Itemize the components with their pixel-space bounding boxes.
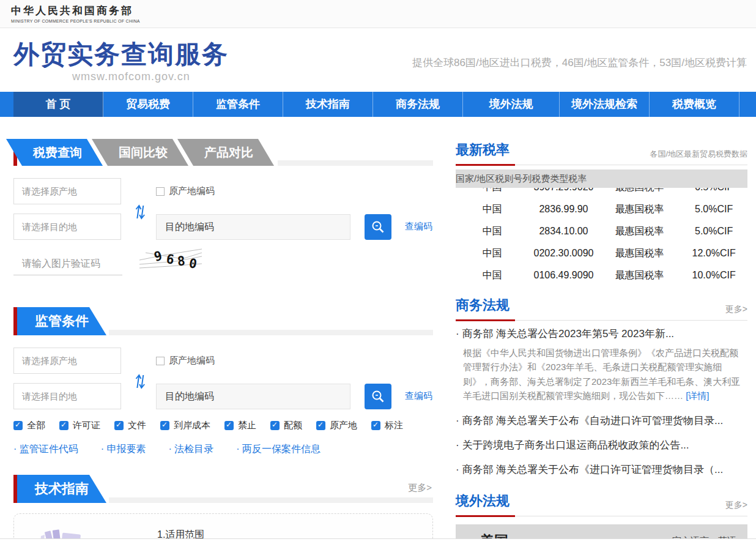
latest-rates-header: 最新税率 各国/地区最新贸易税费数据 xyxy=(456,141,747,165)
origin-code-checkbox[interactable]: 原产地编码 xyxy=(156,185,215,197)
search-button[interactable] xyxy=(365,384,391,409)
captcha-input[interactable]: 请输入图片验证码 xyxy=(13,250,122,275)
search-button[interactable] xyxy=(365,214,391,240)
nav-item[interactable]: 商务法规 xyxy=(373,92,463,117)
nav-item[interactable]: 技术指南 xyxy=(283,92,373,117)
rates-type: 最惠国税率 xyxy=(599,188,681,194)
regulation-item[interactable]: · 商务部 海关总署关于公布《进口许可证管理货物目录（... xyxy=(456,463,747,477)
rates-rate: 12.0%CIF xyxy=(680,248,747,259)
query-tab[interactable]: 国间比较 xyxy=(92,139,188,166)
filter-checkbox[interactable]: 全部 xyxy=(13,420,45,431)
rates-ticker-viewport: 中国 3907.29.9020 最惠国税率 6.5%CIF 中国 2836.99… xyxy=(456,188,747,286)
origin-code-checkbox[interactable]: 原产地编码 xyxy=(156,355,215,367)
regulation-item[interactable]: · 商务部 海关总署关于公布《自动进口许可管理货物目录... xyxy=(456,414,747,428)
red-accent-bar xyxy=(13,307,17,335)
foreign-regulations-title: 境外法规 xyxy=(456,492,510,510)
filter-checkbox[interactable]: 文件 xyxy=(114,420,146,431)
checkbox-checked-icon[interactable] xyxy=(316,421,325,430)
destination-select[interactable]: 请选择目的地 xyxy=(13,214,121,240)
checkbox-checked-icon[interactable] xyxy=(160,421,169,430)
detail-link[interactable]: [详情] xyxy=(686,390,709,401)
swap-arrows-icon[interactable] xyxy=(133,203,148,221)
captcha-digit: 8 xyxy=(177,253,186,269)
rates-table-header: 国家/地区税则号列税费类型税率 xyxy=(456,169,747,188)
filter-label: 文件 xyxy=(128,420,146,431)
checkbox-checked-icon[interactable] xyxy=(13,421,23,430)
checkbox-checked-icon[interactable] xyxy=(114,421,124,430)
featured-regulation-title[interactable]: · 商务部 海关总署公告2023年第5号 2023年新... xyxy=(456,327,747,341)
captcha-image[interactable]: 9680 xyxy=(139,248,202,272)
regulation-item[interactable]: · 关于跨境电子商务出口退运商品税收政策的公告... xyxy=(456,438,747,452)
tech-guide-section-header: 技术指南 更多> xyxy=(13,475,433,503)
main-nav: 首 页 贸易税费 监管条件 技术指南 商务法规 境外法规 境外法规检索 税费概览 xyxy=(0,92,756,117)
rates-rate: 5.0%CIF xyxy=(680,226,747,237)
supervision-title: 监管条件 xyxy=(17,307,106,335)
quick-link[interactable]: · 监管证件代码 xyxy=(13,443,78,456)
filter-checkbox[interactable]: 到岸成本 xyxy=(160,420,210,431)
rates-row[interactable]: 中国 2836.99.90 最惠国税率 5.0%CIF xyxy=(456,198,747,220)
checkbox-checked-icon[interactable] xyxy=(224,421,234,430)
quick-link[interactable]: · 申报要素 xyxy=(101,443,146,456)
rates-country: 中国 xyxy=(456,269,528,282)
filter-checkbox[interactable]: 原产地 xyxy=(316,420,357,431)
checkbox-unchecked-icon[interactable] xyxy=(156,187,165,196)
rates-row[interactable]: 中国 2834.10.00 最惠国税率 5.0%CIF xyxy=(456,220,747,242)
destination-code-input[interactable]: 目的地编码 xyxy=(156,214,350,240)
site-domain: wmsw.mofcom.gov.cn xyxy=(72,70,190,83)
rates-row[interactable]: 中国 0106.49.9090 最惠国税率 10.0%CIF xyxy=(456,264,747,286)
lookup-code-link[interactable]: 查编码 xyxy=(405,221,432,233)
destination-select[interactable]: 请选择目的地 xyxy=(13,383,121,409)
tab-underline-strip xyxy=(278,160,433,166)
filter-label: 原产地 xyxy=(330,420,357,431)
tech-guide-more-link[interactable]: 更多> xyxy=(408,482,432,494)
foreign-regulations-more-link[interactable]: 更多> xyxy=(725,500,747,511)
filter-checkbox[interactable]: 禁止 xyxy=(224,420,256,431)
origin-code-label: 原产地编码 xyxy=(169,185,215,197)
swap-arrows-icon[interactable] xyxy=(133,372,148,390)
supervision-filters: 全部 许可证 文件 到岸成本 禁 xyxy=(13,420,433,431)
origin-select[interactable]: 请选择原产地 xyxy=(13,178,121,204)
tax-query-tabs: 税费查询 国间比较 产品对比 xyxy=(13,139,433,166)
query-tab[interactable]: 税费查询 xyxy=(6,139,103,166)
destination-code-input[interactable]: 目的地编码 xyxy=(156,384,350,409)
nav-item[interactable]: 境外法规 xyxy=(463,92,560,117)
left-column: 税费查询 国间比较 产品对比 请选择原产地 原产地编码 请选择 xyxy=(13,117,433,547)
regulation-list: · 商务部 海关总署关于公布《自动进口许可管理货物目录... · 关于跨境电子商… xyxy=(456,414,747,477)
rates-type: 最惠国税率 xyxy=(599,225,681,238)
rates-column-header: 税则号列 xyxy=(495,173,532,185)
rates-row[interactable]: 中国 0202.30.0090 最惠国税率 12.0%CIF xyxy=(456,242,747,264)
nav-item[interactable]: 境外法规检索 xyxy=(560,92,650,117)
rates-hs-code: 2836.99.90 xyxy=(528,204,598,215)
checkbox-checked-icon[interactable] xyxy=(371,421,380,430)
filter-label: 标注 xyxy=(385,420,403,431)
red-underline xyxy=(456,515,515,517)
filter-checkbox[interactable]: 许可证 xyxy=(59,420,100,431)
filter-checkbox[interactable]: 配额 xyxy=(270,420,302,431)
nav-item[interactable]: 首 页 xyxy=(13,92,103,117)
checkbox-unchecked-icon[interactable] xyxy=(156,357,165,365)
nav-item[interactable]: 监管条件 xyxy=(193,92,283,117)
rates-country: 中国 xyxy=(456,203,528,216)
lookup-code-link[interactable]: 查编码 xyxy=(405,390,432,402)
quick-link[interactable]: · 两反一保案件信息 xyxy=(236,443,321,456)
rates-column-header: 税率 xyxy=(568,173,587,185)
checkbox-checked-icon[interactable] xyxy=(59,421,69,430)
origin-select[interactable]: 请选择原产地 xyxy=(13,348,121,374)
query-tab[interactable]: 产品对比 xyxy=(177,139,274,166)
mofcom-logo-cn: 中华人民共和国商务部 xyxy=(11,4,756,18)
rates-column-header: 税费类型 xyxy=(532,173,568,185)
supervision-quick-links: · 监管证件代码 · 申报要素 · 法检目录 · 两反一保案件信息 xyxy=(13,443,433,456)
nav-item[interactable]: 贸易税费 xyxy=(103,92,193,117)
filter-checkbox[interactable]: 标注 xyxy=(371,420,403,431)
rates-rate: 5.0%CIF xyxy=(680,204,747,215)
quick-link[interactable]: · 法检目录 xyxy=(169,443,214,456)
biz-regulations-title: 商务法规 xyxy=(456,296,510,314)
checkbox-checked-icon[interactable] xyxy=(270,421,280,430)
rates-row[interactable]: 中国 3907.29.9020 最惠国税率 6.5%CIF xyxy=(456,188,747,198)
supervision-form: 请选择原产地 原产地编码 请选择目的地 目的地编码 xyxy=(13,348,433,456)
biz-regulations-more-link[interactable]: 更多> xyxy=(725,304,747,315)
biz-regulations-header: 商务法规 更多> xyxy=(456,296,747,321)
filter-label: 许可证 xyxy=(73,420,100,431)
nav-item[interactable]: 税费概览 xyxy=(650,92,739,117)
rates-country: 中国 xyxy=(456,225,528,238)
